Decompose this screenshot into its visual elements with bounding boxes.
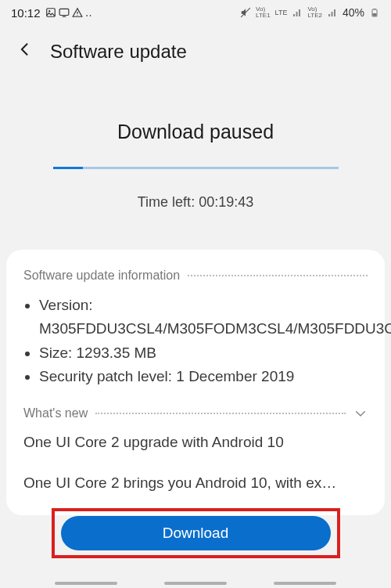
info-version: Version: M305FDDU3CSL4/M305FODM3CSL4/M30… <box>39 294 368 341</box>
battery-icon <box>369 7 380 18</box>
app-header: Software update <box>0 25 391 75</box>
battery-pct: 40% <box>343 6 364 19</box>
time-left-label: Time left: 00:19:43 <box>0 194 391 211</box>
status-right: Vo)LTE1 LTE Vo)LTE2 40% <box>240 6 380 19</box>
download-button[interactable]: Download <box>61 516 331 550</box>
page-title: Software update <box>50 41 187 63</box>
back-button[interactable] <box>17 41 33 62</box>
signal2-icon <box>327 7 338 18</box>
info-size: Size: 1293.35 MB <box>39 341 368 365</box>
signal1-icon <box>292 7 303 18</box>
whats-new-label: What's new <box>23 406 88 420</box>
whats-new-line2: One UI Core 2 brings you Android 10, wit… <box>23 472 368 495</box>
info-section-header: Software update information <box>23 269 368 283</box>
info-section-label: Software update information <box>23 269 180 283</box>
svg-point-4 <box>77 14 77 15</box>
info-card: Software update information Version: M30… <box>6 250 385 515</box>
lte-label: LTE <box>275 9 288 16</box>
more-icon: ‥ <box>85 7 92 19</box>
image-icon <box>45 7 56 18</box>
system-nav-bar <box>0 582 391 585</box>
screen-icon <box>59 7 70 18</box>
nav-back[interactable] <box>274 582 336 585</box>
svg-rect-7 <box>374 9 376 9</box>
sim1-label: Vo)LTE1 <box>256 6 271 19</box>
nav-home[interactable] <box>164 582 227 585</box>
status-bar: 10:12 ‥ Vo)LTE1 LTE Vo)LTE2 40% <box>0 0 391 25</box>
nav-recents[interactable] <box>55 582 117 585</box>
whats-new-line1: One UI Core 2 upgrade with Android 10 <box>23 431 368 454</box>
status-left: 10:12 ‥ <box>11 6 92 20</box>
svg-point-1 <box>48 10 50 12</box>
svg-rect-2 <box>59 9 69 15</box>
info-patch: Security patch level: 1 December 2019 <box>39 365 368 388</box>
progress-fill <box>53 167 83 169</box>
status-time: 10:12 <box>11 6 41 20</box>
svg-rect-8 <box>373 13 377 16</box>
notification-icons: ‥ <box>45 7 92 19</box>
divider-dots <box>188 275 368 276</box>
sim2-label: Vo)LTE2 <box>307 6 322 19</box>
mute-icon <box>240 7 251 18</box>
progress-bar <box>53 167 339 169</box>
bottom-action-area: Download <box>0 508 391 558</box>
warning-icon <box>72 7 83 18</box>
chevron-left-icon <box>17 41 33 57</box>
chevron-down-icon <box>353 406 368 420</box>
download-highlight-box: Download <box>52 508 340 558</box>
whats-new-header[interactable]: What's new <box>23 406 368 420</box>
info-list: Version: M305FDDU3CSL4/M305FODM3CSL4/M30… <box>23 294 368 389</box>
download-heading: Download paused <box>0 121 391 143</box>
divider-dots <box>95 413 346 414</box>
download-status-section: Download paused Time left: 00:19:43 <box>0 75 391 218</box>
whats-new-body: One UI Core 2 upgrade with Android 10 On… <box>23 431 368 495</box>
